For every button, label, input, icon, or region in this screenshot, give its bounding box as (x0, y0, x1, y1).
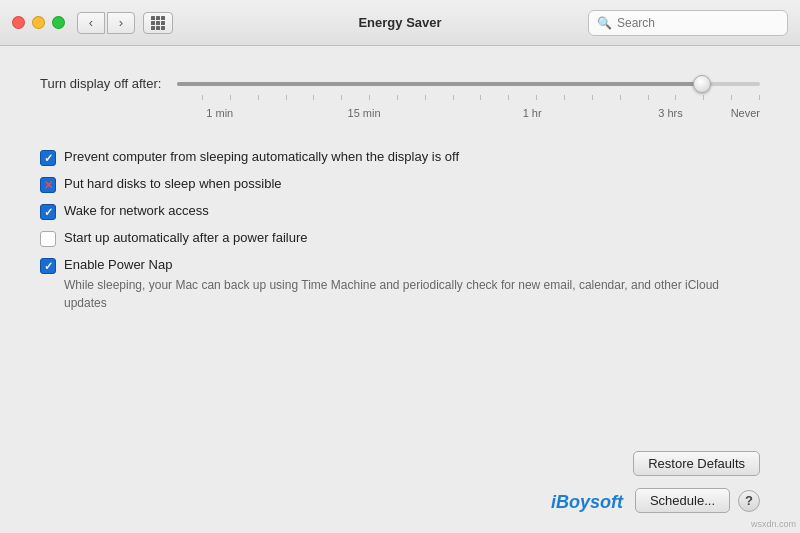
checkbox-prevent-sleep-input[interactable] (40, 150, 56, 166)
content-area: Turn display off after: (0, 46, 800, 533)
checkbox-startup-power-label: Start up automatically after a power fai… (64, 230, 308, 247)
checkbox-prevent-sleep: Prevent computer from sleeping automatic… (40, 149, 760, 166)
app-grid-button[interactable] (143, 12, 173, 34)
grid-icon (151, 16, 165, 30)
traffic-lights (12, 16, 65, 29)
checkbox-wake-network-input[interactable] (40, 204, 56, 220)
slider-label: Turn display off after: (40, 76, 161, 91)
slider-marker-1hr: 1 hr (523, 107, 542, 119)
minimize-button[interactable] (32, 16, 45, 29)
slider-thumb[interactable] (693, 75, 711, 93)
checkbox-power-nap-label: Enable Power Nap (64, 257, 172, 274)
watermark: wsxdn.com (751, 519, 796, 529)
slider-track (177, 82, 760, 86)
search-box[interactable]: 🔍 (588, 10, 788, 36)
slider-marker-never: Never (731, 107, 760, 119)
iboysoft-logo: iBoysoft (551, 492, 623, 513)
slider-container[interactable] (177, 82, 760, 86)
slider-marker-3hrs: 3 hrs (658, 107, 682, 119)
checkbox-startup-power-input[interactable] (40, 231, 56, 247)
slider-marker-1min: 1 min (206, 107, 233, 119)
schedule-button[interactable]: Schedule... (635, 488, 730, 513)
close-button[interactable] (12, 16, 25, 29)
search-icon: 🔍 (597, 16, 612, 30)
window-title: Energy Saver (358, 15, 441, 30)
help-button[interactable]: ? (738, 490, 760, 512)
display-sleep-slider-section: Turn display off after: (40, 76, 760, 107)
checkbox-startup-power: Start up automatically after a power fai… (40, 230, 760, 247)
checkbox-hard-disks-label: Put hard disks to sleep when possible (64, 176, 282, 193)
bottom-section: Restore Defaults iBoysoft Schedule... ? (40, 451, 760, 513)
checkbox-hard-disks: Put hard disks to sleep when possible (40, 176, 760, 193)
checkbox-power-nap-sublabel: While sleeping, your Mac can back up usi… (64, 276, 760, 312)
checkbox-prevent-sleep-label: Prevent computer from sleeping automatic… (64, 149, 459, 166)
restore-defaults-button[interactable]: Restore Defaults (633, 451, 760, 476)
slider-fill (177, 82, 701, 86)
checkbox-wake-network-label: Wake for network access (64, 203, 209, 220)
checkbox-power-nap-input[interactable] (40, 258, 56, 274)
forward-button[interactable]: › (107, 12, 135, 34)
maximize-button[interactable] (52, 16, 65, 29)
checkbox-power-nap-group: Enable Power Nap While sleeping, your Ma… (40, 257, 760, 312)
checkbox-power-nap-row: Enable Power Nap (40, 257, 760, 274)
nav-buttons: ‹ › (77, 12, 135, 34)
checkbox-wake-network: Wake for network access (40, 203, 760, 220)
titlebar: ‹ › Energy Saver 🔍 (0, 0, 800, 46)
search-input[interactable] (617, 16, 779, 30)
slider-marker-15min: 15 min (348, 107, 381, 119)
checkbox-hard-disks-input[interactable] (40, 177, 56, 193)
back-button[interactable]: ‹ (77, 12, 105, 34)
checkboxes-section: Prevent computer from sleeping automatic… (40, 149, 760, 435)
